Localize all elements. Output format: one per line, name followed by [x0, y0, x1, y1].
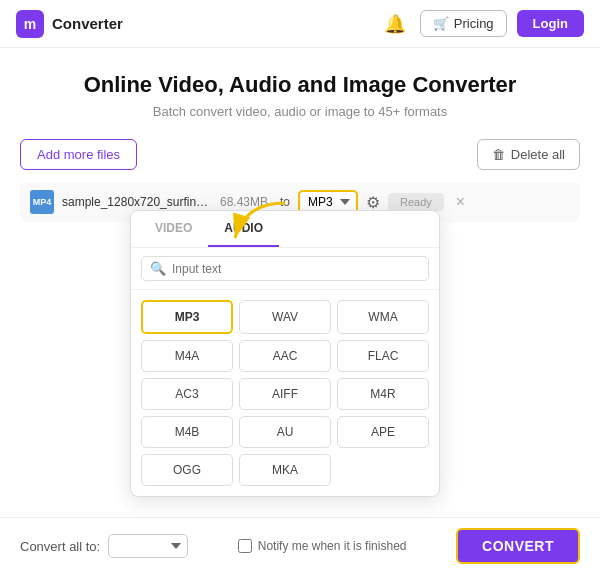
- delete-all-button[interactable]: 🗑 Delete all: [477, 139, 580, 170]
- format-btn-flac[interactable]: FLAC: [337, 340, 429, 372]
- bell-icon: 🔔: [384, 14, 406, 34]
- format-btn-aiff[interactable]: AIFF: [239, 378, 331, 410]
- format-btn-m4r[interactable]: M4R: [337, 378, 429, 410]
- format-btn-ac3[interactable]: AC3: [141, 378, 233, 410]
- format-btn-wma[interactable]: WMA: [337, 300, 429, 334]
- bell-button[interactable]: 🔔: [380, 9, 410, 39]
- convert-all-label: Convert all to:: [20, 539, 100, 554]
- app-title: Converter: [52, 15, 123, 32]
- format-btn-ape[interactable]: APE: [337, 416, 429, 448]
- file-type-icon: MP4: [30, 190, 54, 214]
- header-left: m Converter: [16, 10, 123, 38]
- settings-button[interactable]: ⚙: [366, 193, 380, 212]
- notify-checkbox[interactable]: [238, 539, 252, 553]
- pricing-button[interactable]: 🛒 Pricing: [420, 10, 507, 37]
- page-subtitle: Batch convert video, audio or image to 4…: [20, 104, 580, 119]
- header-right: 🔔 🛒 Pricing Login: [380, 9, 584, 39]
- close-icon: ×: [456, 193, 465, 210]
- format-btn-aac[interactable]: AAC: [239, 340, 331, 372]
- file-size: 68.43MB: [220, 195, 268, 209]
- tab-video[interactable]: VIDEO: [139, 211, 208, 247]
- format-btn-mka[interactable]: MKA: [239, 454, 331, 486]
- convert-all-wrap: Convert all to:: [20, 534, 188, 558]
- close-button[interactable]: ×: [456, 193, 465, 211]
- convert-button[interactable]: CONVERT: [456, 528, 580, 564]
- toolbar: Add more files 🗑 Delete all: [20, 139, 580, 170]
- dropdown-search: 🔍: [131, 248, 439, 290]
- format-btn-m4a[interactable]: M4A: [141, 340, 233, 372]
- search-input[interactable]: [172, 262, 420, 276]
- format-btn-mp3[interactable]: MP3: [141, 300, 233, 334]
- dropdown-tabs: VIDEO AUDIO: [131, 211, 439, 248]
- cart-icon: 🛒: [433, 16, 449, 31]
- search-input-wrap: 🔍: [141, 256, 429, 281]
- login-button[interactable]: Login: [517, 10, 584, 37]
- search-icon: 🔍: [150, 261, 166, 276]
- format-btn-wav[interactable]: WAV: [239, 300, 331, 334]
- tab-audio[interactable]: AUDIO: [208, 211, 279, 247]
- format-btn-au[interactable]: AU: [239, 416, 331, 448]
- add-files-button[interactable]: Add more files: [20, 139, 137, 170]
- status-badge: Ready: [388, 193, 444, 211]
- format-grid: MP3WAVWMAM4AAACFLACAC3AIFFM4RM4BAUAPEOGG…: [131, 290, 439, 496]
- bottom-bar: Convert all to: Notify me when it is fin…: [0, 517, 600, 574]
- header: m Converter 🔔 🛒 Pricing Login: [0, 0, 600, 48]
- page-title: Online Video, Audio and Image Converter: [20, 72, 580, 98]
- to-label: to: [280, 195, 290, 209]
- gear-icon: ⚙: [366, 194, 380, 211]
- logo: m: [16, 10, 44, 38]
- notify-wrap: Notify me when it is finished: [238, 539, 407, 553]
- format-btn-m4b[interactable]: M4B: [141, 416, 233, 448]
- notify-label: Notify me when it is finished: [258, 539, 407, 553]
- file-name: sample_1280x720_surfing_with_a...: [62, 195, 212, 209]
- format-btn-ogg[interactable]: OGG: [141, 454, 233, 486]
- format-dropdown-panel: VIDEO AUDIO 🔍 MP3WAVWMAM4AAACFLACAC3AIFF…: [130, 210, 440, 497]
- convert-all-select[interactable]: [108, 534, 188, 558]
- trash-icon: 🗑: [492, 147, 505, 162]
